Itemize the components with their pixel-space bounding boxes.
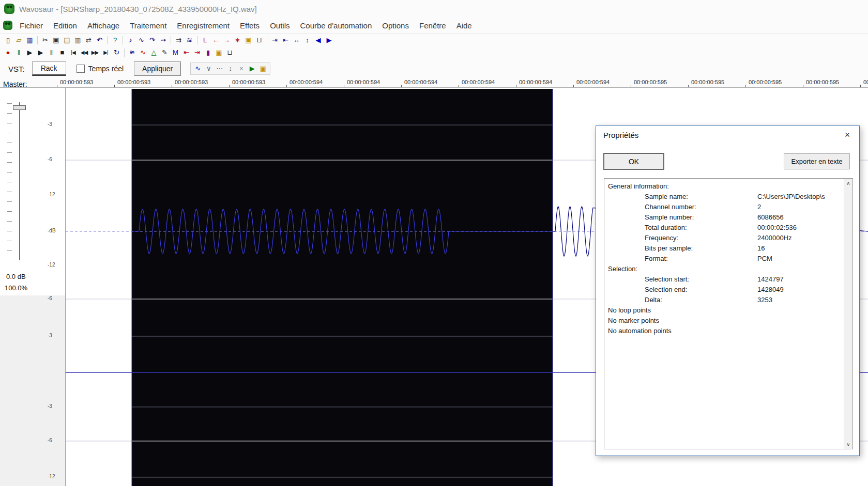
replace-icon[interactable]: ⇄ bbox=[83, 35, 94, 45]
zoom-horizontal-icon[interactable]: ↔ bbox=[291, 35, 302, 45]
paste-special-icon[interactable]: ▥ bbox=[72, 35, 83, 45]
property-row: Format:PCM bbox=[604, 255, 852, 265]
nudge-left-icon[interactable]: ⇤ bbox=[181, 48, 192, 58]
midi-icon[interactable]: M bbox=[170, 48, 181, 58]
undo-icon[interactable]: ↶ bbox=[94, 35, 105, 45]
spectrum-icon[interactable]: ∿ bbox=[138, 48, 148, 58]
menu-courbe-d-automation[interactable]: Courbe d'automation bbox=[295, 19, 377, 32]
play-icon[interactable]: ▶ bbox=[24, 48, 35, 58]
convert-icon[interactable]: ↷ bbox=[147, 35, 158, 45]
audio-properties-icon[interactable]: ♪ bbox=[125, 35, 136, 45]
record-icon[interactable]: ● bbox=[3, 48, 13, 58]
lock-markers-icon[interactable]: ▣ bbox=[243, 35, 254, 45]
export-text-button[interactable]: Exporter en texte bbox=[784, 153, 850, 169]
new-file-icon[interactable]: ▯ bbox=[3, 35, 13, 45]
menu-affichage[interactable]: Affichage bbox=[82, 19, 125, 32]
master-slider-handle[interactable] bbox=[13, 105, 26, 110]
vst-label: VST: bbox=[8, 65, 25, 73]
vst-resize-icon[interactable]: ↕ bbox=[225, 64, 236, 74]
rewind-icon[interactable]: ◀◀ bbox=[79, 48, 89, 58]
vst-more-icon[interactable]: ⋯ bbox=[214, 64, 225, 74]
master-slider-ticks bbox=[7, 103, 12, 258]
ruler-tick bbox=[688, 85, 689, 87]
realtime-checkbox[interactable] bbox=[77, 65, 85, 73]
property-row: No marker points bbox=[604, 317, 852, 327]
selection-region[interactable] bbox=[132, 89, 553, 486]
loop-icon[interactable]: ↻ bbox=[111, 48, 122, 58]
db-scale-label: -6 bbox=[48, 295, 63, 301]
property-row: Selection end:1428049 bbox=[604, 286, 852, 296]
region-right-icon[interactable]: → bbox=[221, 35, 232, 45]
next-view-icon[interactable]: ▶ bbox=[324, 35, 334, 45]
copy-icon[interactable]: ▣ bbox=[51, 35, 62, 45]
rack-button[interactable]: Rack bbox=[32, 61, 66, 76]
ok-button[interactable]: OK bbox=[603, 153, 664, 170]
resample-icon[interactable]: ∿ bbox=[136, 35, 147, 45]
vst-lock-icon[interactable]: ▣ bbox=[257, 64, 268, 74]
vst-dropdown-icon[interactable]: ∨ bbox=[203, 64, 214, 74]
vst-play-icon[interactable]: ▶ bbox=[247, 64, 257, 74]
forward-icon[interactable]: ▶▶ bbox=[89, 48, 100, 58]
scroll-down-icon[interactable]: ∨ bbox=[844, 440, 852, 449]
db-scale-label: -3 bbox=[48, 333, 63, 338]
ruler-tick bbox=[286, 85, 287, 87]
menu-fichier[interactable]: Fichier bbox=[14, 19, 48, 32]
region-left-icon[interactable]: ← bbox=[210, 35, 221, 45]
menu-fen-tre[interactable]: Fenêtre bbox=[414, 19, 451, 32]
ruler-tick bbox=[229, 85, 230, 87]
delete-markers-icon[interactable]: ⊔ bbox=[254, 35, 265, 45]
property-row: Selection: bbox=[604, 265, 852, 275]
prev-view-icon[interactable]: ◀ bbox=[313, 35, 324, 45]
toolbar-separator bbox=[123, 36, 123, 44]
pause-alt-icon[interactable]: ‖ bbox=[46, 48, 57, 58]
menu-aide[interactable]: Aide bbox=[451, 19, 477, 32]
ruler-timestamp: 00:00:00:594 bbox=[347, 79, 380, 85]
zoom-out-icon[interactable]: ⇤ bbox=[280, 35, 291, 45]
zoom-selection-icon[interactable]: ⇥ bbox=[269, 35, 280, 45]
apply-button[interactable]: Appliquer bbox=[134, 61, 181, 76]
ruler-tick bbox=[803, 85, 803, 87]
menu-edition[interactable]: Edition bbox=[48, 19, 82, 32]
zoom-vertical-icon[interactable]: ↕ bbox=[302, 35, 313, 45]
interpolate-icon[interactable]: ⇉ bbox=[173, 35, 184, 45]
open-file-icon[interactable]: ▱ bbox=[13, 35, 24, 45]
property-row: Frequency:2400000Hz bbox=[604, 234, 852, 244]
scroll-up-icon[interactable]: ∧ bbox=[844, 179, 852, 187]
draw-icon[interactable]: ✎ bbox=[159, 48, 170, 58]
cut-icon[interactable]: ✂ bbox=[40, 35, 51, 45]
go-start-icon[interactable]: |◀ bbox=[68, 48, 79, 58]
db-scale-label: -12 bbox=[48, 192, 63, 197]
statistics-icon[interactable]: △ bbox=[148, 48, 159, 58]
analysis-icon[interactable]: ≋ bbox=[184, 35, 195, 45]
save-icon[interactable]: ▦ bbox=[24, 35, 35, 45]
pause-icon[interactable]: ‖ bbox=[13, 48, 24, 58]
vst-wave-icon[interactable]: ∿ bbox=[192, 64, 203, 74]
record-mode-icon[interactable]: ▮ bbox=[203, 48, 214, 58]
lock-icon[interactable]: ▣ bbox=[214, 48, 224, 58]
trash-icon[interactable]: ⊔ bbox=[224, 48, 235, 58]
batch-icon[interactable]: ⇝ bbox=[158, 35, 169, 45]
marker-l-icon[interactable]: L bbox=[200, 35, 210, 45]
nudge-right-icon[interactable]: ⇥ bbox=[192, 48, 203, 58]
toolbar-separator bbox=[37, 36, 38, 44]
scrollbar[interactable]: ∧ ∨ bbox=[844, 179, 852, 449]
document-icon[interactable] bbox=[3, 21, 12, 30]
vst-close-icon[interactable]: × bbox=[236, 64, 247, 74]
paste-icon[interactable]: ▤ bbox=[62, 35, 72, 45]
timeline-ruler[interactable]: 00:00:00:59300:00:00:59300:00:00:59300:0… bbox=[0, 79, 868, 88]
db-scale-label: -6 bbox=[48, 437, 63, 443]
marker-burst-icon[interactable]: ∗ bbox=[232, 35, 243, 45]
menu-options[interactable]: Options bbox=[377, 19, 414, 32]
ruler-tick bbox=[573, 85, 574, 87]
db-scale-label: -dB bbox=[48, 228, 63, 233]
menu-traitement[interactable]: Traitement bbox=[125, 19, 172, 32]
play-list-icon[interactable]: ≋ bbox=[127, 48, 138, 58]
stop-icon[interactable]: ■ bbox=[57, 48, 68, 58]
go-end-icon[interactable]: ▶| bbox=[100, 48, 111, 58]
menu-enregistrement[interactable]: Enregistrement bbox=[172, 19, 235, 32]
menu-effets[interactable]: Effets bbox=[235, 19, 265, 32]
help-icon[interactable]: ? bbox=[110, 35, 120, 45]
play-selection-icon[interactable]: ▶ bbox=[35, 48, 46, 58]
menu-outils[interactable]: Outils bbox=[265, 19, 295, 32]
close-icon[interactable]: × bbox=[840, 128, 855, 142]
